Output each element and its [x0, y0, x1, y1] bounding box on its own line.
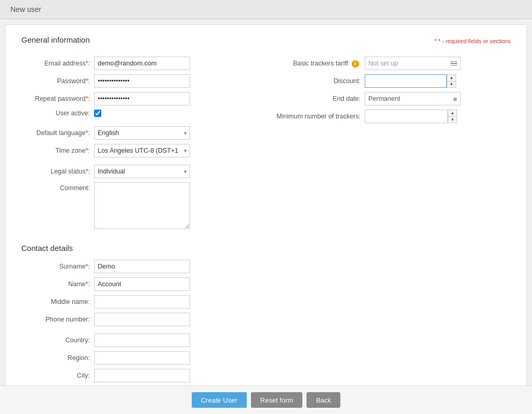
discount-spinner: ▲ ▼ [447, 74, 456, 88]
password-row: Password*: [21, 74, 256, 88]
city-label: City: [21, 372, 94, 379]
middle-name-input[interactable] [94, 295, 190, 309]
comment-label: Comment: [21, 182, 94, 192]
right-col: Basic trackers tariff i: Not set up [276, 57, 511, 233]
name-input[interactable] [94, 277, 190, 291]
password-input[interactable] [94, 74, 190, 88]
min-trackers-wrapper: ▲ ▼ [365, 110, 457, 123]
country-input[interactable] [94, 333, 190, 347]
contact-details-title: Contact details [21, 244, 511, 252]
discount-input[interactable] [365, 74, 447, 88]
timezone-label: Time zone*: [21, 147, 94, 154]
country-row: Country: [21, 333, 511, 347]
city-input[interactable] [94, 369, 190, 382]
email-input[interactable] [94, 57, 190, 70]
comment-row: Comment: [21, 182, 256, 229]
min-trackers-increment[interactable]: ▲ [448, 110, 457, 116]
phone-row: Phone number: [21, 313, 511, 326]
surname-row: Surname*: [21, 260, 511, 273]
password-label: Password*: [21, 77, 94, 85]
back-button[interactable]: Back [307, 392, 340, 408]
discount-wrapper: ▲ ▼ [365, 74, 456, 88]
reset-form-button[interactable]: Reset form [251, 392, 303, 408]
phone-input[interactable] [94, 313, 190, 326]
required-note: * * - required fields or sections [434, 38, 511, 44]
footer-bar: Create User Reset form Back [0, 385, 532, 414]
language-label: Default language*: [21, 129, 94, 137]
comment-textarea[interactable] [94, 182, 190, 229]
phone-label: Phone number: [21, 316, 94, 323]
repeat-password-label: Repeat password*: [21, 95, 94, 102]
region-row: Region: [21, 351, 511, 365]
user-active-row: User active: [21, 110, 256, 117]
surname-input[interactable] [94, 260, 190, 273]
surname-label: Surname*: [21, 263, 94, 270]
page-title-text: New user [10, 5, 41, 14]
user-active-label: User active: [21, 110, 94, 117]
language-row: Default language*: English French German… [21, 126, 256, 140]
tariff-row: Basic trackers tariff i: Not set up [276, 57, 511, 70]
calendar-icon: ■ [453, 95, 457, 103]
language-select[interactable]: English French German Spanish [94, 126, 190, 140]
tariff-info-icon[interactable]: i [352, 60, 359, 68]
timezone-select[interactable]: Los Angeles UTC-8 (DST+1) [94, 144, 190, 157]
timezone-row: Time zone*: Los Angeles UTC-8 (DST+1) [21, 144, 256, 157]
min-trackers-row: Minimum number of trackers: ▲ ▼ [276, 110, 511, 123]
discount-increment[interactable]: ▲ [447, 74, 456, 81]
discount-decrement[interactable]: ▼ [447, 81, 456, 88]
region-label: Region: [21, 354, 94, 362]
min-trackers-input[interactable] [365, 110, 448, 123]
end-date-label: End date: [276, 95, 365, 102]
legal-status-row: Legal status*: Individual Company [21, 165, 256, 178]
repeat-password-row: Repeat password*: [21, 92, 256, 105]
email-row: Email address*: [21, 57, 256, 70]
legal-status-select-wrapper: Individual Company [94, 165, 190, 178]
name-label: Name*: [21, 281, 94, 288]
city-row: City: [21, 369, 511, 382]
middle-name-label: Middle name: [21, 298, 94, 305]
legal-status-select[interactable]: Individual Company [94, 165, 190, 178]
page-title: New user [0, 0, 532, 19]
user-active-checkbox[interactable] [94, 110, 101, 117]
main-content: General information * * - required field… [5, 24, 527, 414]
min-trackers-spinner: ▲ ▼ [448, 110, 457, 123]
page-wrapper: New user General information * * - requi… [0, 0, 532, 414]
end-date-row: End date: Permanent ■ [276, 92, 511, 105]
email-label: Email address*: [21, 60, 94, 67]
country-label: Country: [21, 337, 94, 344]
language-select-wrapper: English French German Spanish [94, 126, 190, 140]
discount-label: Discount: [276, 77, 365, 85]
legal-status-label: Legal status*: [21, 168, 94, 175]
left-col: Email address*: Password*: Repeat passwo… [21, 57, 256, 233]
end-date-display[interactable]: Permanent ■ [365, 92, 461, 105]
tariff-selector[interactable]: Not set up [365, 57, 461, 70]
tariff-menu-icon [450, 61, 457, 66]
repeat-password-input[interactable] [94, 92, 190, 105]
region-input[interactable] [94, 351, 190, 365]
middle-name-row: Middle name: [21, 295, 511, 309]
min-trackers-label: Minimum number of trackers: [276, 113, 365, 120]
min-trackers-decrement[interactable]: ▼ [448, 116, 457, 123]
two-col-layout: Email address*: Password*: Repeat passwo… [21, 57, 511, 233]
timezone-select-wrapper: Los Angeles UTC-8 (DST+1) [94, 144, 190, 157]
tariff-label: Basic trackers tariff i: [276, 60, 365, 68]
general-info-title: General information [21, 35, 90, 44]
create-user-button[interactable]: Create User [192, 392, 247, 408]
name-row: Name*: [21, 277, 511, 291]
discount-row: Discount: ▲ ▼ [276, 74, 511, 88]
